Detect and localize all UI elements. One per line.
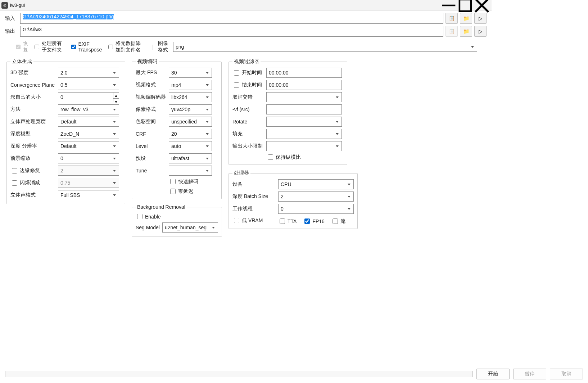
preset-select[interactable]: ultrafast	[169, 153, 212, 163]
fp16-checkbox[interactable]: FP16	[303, 217, 324, 225]
method-select[interactable]: row_flow_v3	[58, 104, 119, 114]
video-filter-group: 视频过滤器 开始时间 00:00:00 结束时间 00:00:00 取消交错 -…	[229, 58, 347, 165]
output-label: 输出	[5, 28, 18, 35]
spin-up-icon[interactable]: ▴	[113, 93, 119, 99]
level-select[interactable]: auto	[169, 141, 212, 151]
stereo-group: 立体生成 3D 强度 2.0 Convergence Plane 0.5 您自己…	[6, 58, 125, 204]
deinterlace-select[interactable]	[266, 92, 342, 102]
own-size-input[interactable]: 0 ▴▾	[58, 92, 119, 102]
colorspace-select[interactable]: unspecified	[169, 117, 212, 127]
stereo-format-label: 立体声格式	[10, 192, 57, 198]
resume-checkbox: 恢复	[14, 40, 29, 53]
codec-select[interactable]: libx264	[169, 92, 212, 102]
bgr-enable-checkbox[interactable]: Enable	[136, 213, 161, 220]
proc-width-label: 立体声处理宽度	[10, 118, 57, 125]
deinterlace-label: 取消交错	[232, 94, 266, 100]
batch-select[interactable]: 2	[278, 192, 354, 202]
colorspace-label: 色彩空间	[136, 118, 168, 125]
tune-select[interactable]	[169, 166, 212, 176]
stream-checkbox[interactable]: 流	[331, 217, 345, 225]
maxfps-label: 最大 FPS	[136, 69, 168, 76]
clipboard-icon: 📋	[449, 15, 455, 21]
video-encoding-legend: 视频编码	[136, 58, 159, 65]
device-label: 设备	[232, 181, 277, 188]
output-limit-label: 输出大小限制	[232, 143, 266, 149]
fastdecode-checkbox[interactable]: 快速解码	[169, 178, 210, 185]
end-time-checkbox[interactable]: 结束时间	[232, 81, 263, 89]
method-label: 方法	[10, 106, 57, 113]
crf-label: CRF	[136, 131, 168, 137]
maximize-button[interactable]	[457, 0, 474, 11]
rotate-select[interactable]	[266, 117, 342, 127]
video-filter-legend: 视频过滤器	[232, 58, 261, 65]
exif-checkbox[interactable]: EXIF Transpose	[70, 41, 103, 53]
edge-fix-checkbox[interactable]: 边缘修复	[10, 167, 55, 175]
proc-width-select[interactable]: Default	[58, 117, 119, 127]
vf-input[interactable]	[266, 104, 342, 114]
batch-label: 深度 Batch Size	[232, 193, 277, 200]
keep-aspect-checkbox[interactable]: 保持纵横比	[266, 153, 340, 161]
video-encoding-group: 视频编码 最大 FPS 30 视频格式 mp4 视频编解码器 libx264 像…	[132, 58, 222, 199]
metadata-filename-checkbox[interactable]: 将元数据添加到文件名	[107, 40, 146, 53]
recursive-checkbox[interactable]: 处理所有子文件夹	[33, 40, 65, 53]
depth-model-select[interactable]: ZoeD_N	[58, 129, 119, 139]
convergence-select[interactable]: 0.5	[58, 80, 119, 90]
processor-group: 处理器 设备 CPU 深度 Batch Size 2 工作线程 0 低 VRAM…	[229, 170, 358, 229]
app-icon: ◎	[1, 2, 8, 9]
input-play-button[interactable]: ▷	[474, 13, 487, 24]
codec-label: 视频编解码器	[136, 94, 168, 100]
image-format-select[interactable]: png	[173, 42, 477, 52]
stereo-legend: 立体生成	[10, 58, 33, 65]
seg-model-select[interactable]: u2net_human_seg	[162, 222, 218, 233]
strength-select[interactable]: 2.0	[58, 68, 119, 78]
output-play-button[interactable]: ▷	[474, 26, 487, 37]
input-path-field[interactable]: G:\A\20240614224904_1718376710.png	[20, 13, 443, 24]
play-icon: ▷	[479, 28, 483, 34]
workers-label: 工作线程	[232, 206, 277, 212]
output-limit-select[interactable]	[266, 141, 342, 151]
vformat-label: 视频格式	[136, 82, 168, 88]
device-select[interactable]: CPU	[278, 179, 354, 189]
close-button[interactable]	[474, 0, 490, 11]
input-clipboard-button[interactable]: 📋	[445, 13, 458, 24]
stereo-format-select[interactable]: Full SBS	[58, 190, 119, 200]
level-label: Level	[136, 143, 168, 149]
tta-checkbox[interactable]: TTA	[278, 217, 297, 225]
pad-select[interactable]	[266, 129, 342, 139]
depth-res-select[interactable]: Default	[58, 141, 119, 151]
input-label: 输入	[5, 15, 18, 22]
maxfps-select[interactable]: 30	[169, 68, 212, 78]
svg-rect-1	[460, 0, 471, 11]
depth-model-label: 深度模型	[10, 131, 57, 137]
titlebar: ◎ iw3-gui	[0, 0, 492, 11]
folder-icon: 📁	[463, 15, 469, 21]
end-time-input[interactable]: 00:00:00	[266, 80, 342, 90]
edge-fix-select: 2	[58, 166, 119, 176]
pad-label: 填充	[232, 131, 266, 137]
lowvram-checkbox[interactable]: 低 VRAM	[232, 217, 275, 224]
divider: |	[152, 44, 154, 50]
start-time-input[interactable]: 00:00:00	[266, 68, 342, 78]
preset-label: 预设	[136, 155, 168, 162]
output-browse-button[interactable]: 📁	[460, 26, 472, 37]
image-format-label: 图像格式	[158, 40, 171, 53]
fg-scale-label: 前景缩放	[10, 155, 57, 162]
flicker-select: 0.75	[58, 178, 119, 188]
output-path-field[interactable]: G:\A\iw3	[20, 26, 443, 37]
vformat-select[interactable]: mp4	[169, 80, 212, 90]
minimize-button[interactable]	[440, 0, 457, 11]
input-browse-button[interactable]: 📁	[460, 13, 472, 24]
crf-select[interactable]: 20	[169, 129, 212, 139]
clipboard-icon: 📋	[449, 28, 455, 34]
convergence-label: Convergence Plane	[10, 82, 57, 88]
workers-select[interactable]: 0	[278, 204, 354, 214]
spin-down-icon[interactable]: ▾	[113, 99, 119, 104]
pixfmt-select[interactable]: yuv420p	[169, 104, 212, 114]
output-clipboard-button[interactable]: 📋	[445, 26, 458, 37]
own-size-label: 您自己的大小	[10, 94, 57, 100]
fg-scale-select[interactable]: 0	[58, 153, 119, 163]
flicker-checkbox[interactable]: 闪烁消减	[10, 179, 55, 187]
start-time-checkbox[interactable]: 开始时间	[232, 69, 263, 77]
bgr-legend: Background Removal	[136, 204, 187, 210]
zerolatency-checkbox[interactable]: 零延迟	[169, 188, 210, 195]
